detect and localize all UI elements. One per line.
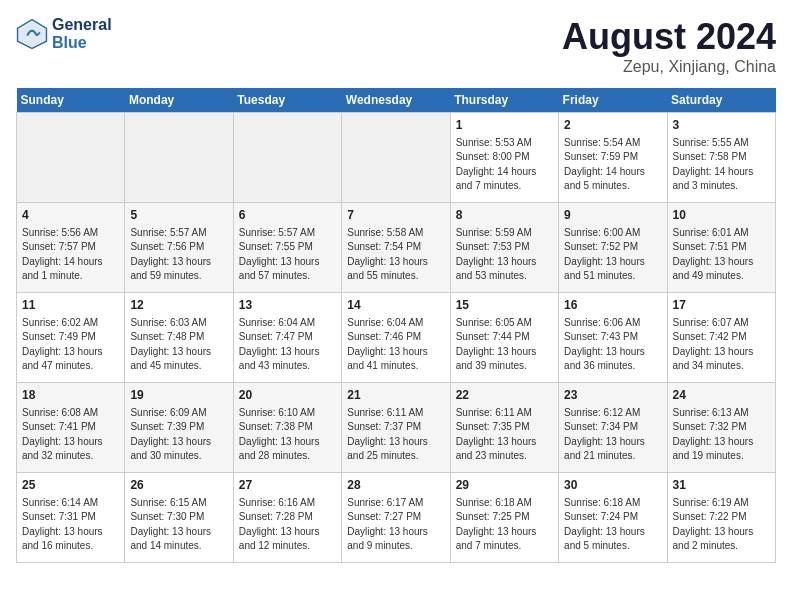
day-info: Sunrise: 6:13 AM Sunset: 7:32 PM Dayligh… <box>673 406 770 464</box>
calendar-cell: 19Sunrise: 6:09 AM Sunset: 7:39 PM Dayli… <box>125 383 233 473</box>
day-header-monday: Monday <box>125 88 233 113</box>
calendar-cell: 16Sunrise: 6:06 AM Sunset: 7:43 PM Dayli… <box>559 293 667 383</box>
day-number: 19 <box>130 387 227 404</box>
day-info: Sunrise: 6:15 AM Sunset: 7:30 PM Dayligh… <box>130 496 227 554</box>
calendar-header-row: SundayMondayTuesdayWednesdayThursdayFrid… <box>17 88 776 113</box>
calendar-cell: 3Sunrise: 5:55 AM Sunset: 7:58 PM Daylig… <box>667 113 775 203</box>
calendar-cell: 15Sunrise: 6:05 AM Sunset: 7:44 PM Dayli… <box>450 293 558 383</box>
day-header-friday: Friday <box>559 88 667 113</box>
day-number: 1 <box>456 117 553 134</box>
day-header-saturday: Saturday <box>667 88 775 113</box>
calendar-cell: 29Sunrise: 6:18 AM Sunset: 7:25 PM Dayli… <box>450 473 558 563</box>
day-number: 15 <box>456 297 553 314</box>
calendar-cell: 5Sunrise: 5:57 AM Sunset: 7:56 PM Daylig… <box>125 203 233 293</box>
day-info: Sunrise: 6:16 AM Sunset: 7:28 PM Dayligh… <box>239 496 336 554</box>
day-number: 17 <box>673 297 770 314</box>
calendar-subtitle: Zepu, Xinjiang, China <box>562 58 776 76</box>
day-header-thursday: Thursday <box>450 88 558 113</box>
logo: General Blue <box>16 16 112 52</box>
day-number: 2 <box>564 117 661 134</box>
calendar-title: August 2024 <box>562 16 776 58</box>
day-number: 16 <box>564 297 661 314</box>
calendar-cell: 9Sunrise: 6:00 AM Sunset: 7:52 PM Daylig… <box>559 203 667 293</box>
day-info: Sunrise: 6:19 AM Sunset: 7:22 PM Dayligh… <box>673 496 770 554</box>
day-number: 13 <box>239 297 336 314</box>
day-number: 31 <box>673 477 770 494</box>
day-number: 25 <box>22 477 119 494</box>
day-number: 4 <box>22 207 119 224</box>
day-number: 26 <box>130 477 227 494</box>
logo-icon <box>16 18 48 50</box>
day-info: Sunrise: 6:14 AM Sunset: 7:31 PM Dayligh… <box>22 496 119 554</box>
calendar-week-row: 4Sunrise: 5:56 AM Sunset: 7:57 PM Daylig… <box>17 203 776 293</box>
calendar-week-row: 1Sunrise: 5:53 AM Sunset: 8:00 PM Daylig… <box>17 113 776 203</box>
day-info: Sunrise: 6:12 AM Sunset: 7:34 PM Dayligh… <box>564 406 661 464</box>
day-info: Sunrise: 6:08 AM Sunset: 7:41 PM Dayligh… <box>22 406 119 464</box>
calendar-cell: 22Sunrise: 6:11 AM Sunset: 7:35 PM Dayli… <box>450 383 558 473</box>
calendar-cell: 13Sunrise: 6:04 AM Sunset: 7:47 PM Dayli… <box>233 293 341 383</box>
day-number: 6 <box>239 207 336 224</box>
calendar-cell <box>17 113 125 203</box>
day-number: 22 <box>456 387 553 404</box>
day-number: 18 <box>22 387 119 404</box>
day-number: 14 <box>347 297 444 314</box>
day-info: Sunrise: 5:53 AM Sunset: 8:00 PM Dayligh… <box>456 136 553 194</box>
day-info: Sunrise: 6:00 AM Sunset: 7:52 PM Dayligh… <box>564 226 661 284</box>
day-info: Sunrise: 6:01 AM Sunset: 7:51 PM Dayligh… <box>673 226 770 284</box>
day-info: Sunrise: 5:58 AM Sunset: 7:54 PM Dayligh… <box>347 226 444 284</box>
day-info: Sunrise: 6:17 AM Sunset: 7:27 PM Dayligh… <box>347 496 444 554</box>
calendar-week-row: 25Sunrise: 6:14 AM Sunset: 7:31 PM Dayli… <box>17 473 776 563</box>
day-info: Sunrise: 6:11 AM Sunset: 7:35 PM Dayligh… <box>456 406 553 464</box>
day-number: 24 <box>673 387 770 404</box>
page-header: General Blue August 2024 Zepu, Xinjiang,… <box>16 16 776 76</box>
day-info: Sunrise: 6:18 AM Sunset: 7:25 PM Dayligh… <box>456 496 553 554</box>
calendar-cell: 27Sunrise: 6:16 AM Sunset: 7:28 PM Dayli… <box>233 473 341 563</box>
calendar-cell: 21Sunrise: 6:11 AM Sunset: 7:37 PM Dayli… <box>342 383 450 473</box>
day-info: Sunrise: 5:57 AM Sunset: 7:55 PM Dayligh… <box>239 226 336 284</box>
calendar-cell: 23Sunrise: 6:12 AM Sunset: 7:34 PM Dayli… <box>559 383 667 473</box>
day-number: 20 <box>239 387 336 404</box>
day-number: 10 <box>673 207 770 224</box>
calendar-cell: 26Sunrise: 6:15 AM Sunset: 7:30 PM Dayli… <box>125 473 233 563</box>
day-info: Sunrise: 6:04 AM Sunset: 7:46 PM Dayligh… <box>347 316 444 374</box>
day-info: Sunrise: 5:55 AM Sunset: 7:58 PM Dayligh… <box>673 136 770 194</box>
day-number: 3 <box>673 117 770 134</box>
day-info: Sunrise: 6:09 AM Sunset: 7:39 PM Dayligh… <box>130 406 227 464</box>
title-block: August 2024 Zepu, Xinjiang, China <box>562 16 776 76</box>
calendar-cell: 24Sunrise: 6:13 AM Sunset: 7:32 PM Dayli… <box>667 383 775 473</box>
calendar-cell: 2Sunrise: 5:54 AM Sunset: 7:59 PM Daylig… <box>559 113 667 203</box>
calendar-cell: 12Sunrise: 6:03 AM Sunset: 7:48 PM Dayli… <box>125 293 233 383</box>
calendar-cell: 28Sunrise: 6:17 AM Sunset: 7:27 PM Dayli… <box>342 473 450 563</box>
day-info: Sunrise: 5:57 AM Sunset: 7:56 PM Dayligh… <box>130 226 227 284</box>
day-number: 28 <box>347 477 444 494</box>
day-number: 12 <box>130 297 227 314</box>
day-number: 9 <box>564 207 661 224</box>
day-number: 30 <box>564 477 661 494</box>
day-info: Sunrise: 6:18 AM Sunset: 7:24 PM Dayligh… <box>564 496 661 554</box>
calendar-cell <box>233 113 341 203</box>
day-info: Sunrise: 6:05 AM Sunset: 7:44 PM Dayligh… <box>456 316 553 374</box>
logo-text: General Blue <box>52 16 112 52</box>
day-number: 27 <box>239 477 336 494</box>
day-info: Sunrise: 5:56 AM Sunset: 7:57 PM Dayligh… <box>22 226 119 284</box>
calendar-cell: 14Sunrise: 6:04 AM Sunset: 7:46 PM Dayli… <box>342 293 450 383</box>
day-info: Sunrise: 6:04 AM Sunset: 7:47 PM Dayligh… <box>239 316 336 374</box>
day-header-tuesday: Tuesday <box>233 88 341 113</box>
day-number: 8 <box>456 207 553 224</box>
day-info: Sunrise: 6:06 AM Sunset: 7:43 PM Dayligh… <box>564 316 661 374</box>
day-info: Sunrise: 6:02 AM Sunset: 7:49 PM Dayligh… <box>22 316 119 374</box>
calendar-cell: 17Sunrise: 6:07 AM Sunset: 7:42 PM Dayli… <box>667 293 775 383</box>
calendar-cell: 1Sunrise: 5:53 AM Sunset: 8:00 PM Daylig… <box>450 113 558 203</box>
calendar-week-row: 18Sunrise: 6:08 AM Sunset: 7:41 PM Dayli… <box>17 383 776 473</box>
calendar-cell: 11Sunrise: 6:02 AM Sunset: 7:49 PM Dayli… <box>17 293 125 383</box>
day-info: Sunrise: 6:10 AM Sunset: 7:38 PM Dayligh… <box>239 406 336 464</box>
day-info: Sunrise: 5:54 AM Sunset: 7:59 PM Dayligh… <box>564 136 661 194</box>
calendar-cell: 8Sunrise: 5:59 AM Sunset: 7:53 PM Daylig… <box>450 203 558 293</box>
calendar-cell: 4Sunrise: 5:56 AM Sunset: 7:57 PM Daylig… <box>17 203 125 293</box>
day-number: 21 <box>347 387 444 404</box>
day-number: 11 <box>22 297 119 314</box>
calendar-cell: 31Sunrise: 6:19 AM Sunset: 7:22 PM Dayli… <box>667 473 775 563</box>
calendar-cell: 18Sunrise: 6:08 AM Sunset: 7:41 PM Dayli… <box>17 383 125 473</box>
calendar-cell: 20Sunrise: 6:10 AM Sunset: 7:38 PM Dayli… <box>233 383 341 473</box>
day-number: 23 <box>564 387 661 404</box>
